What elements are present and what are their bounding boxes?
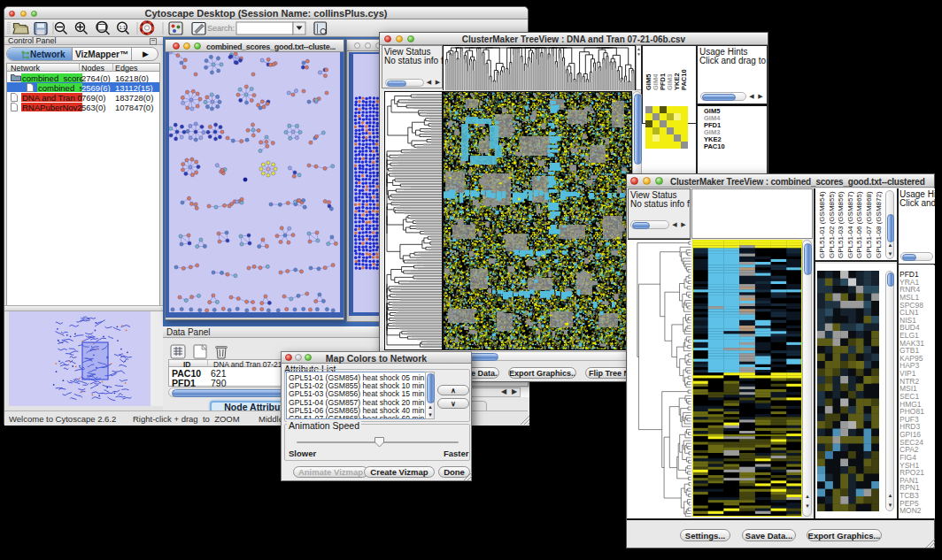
svg-text:1:1: 1:1 bbox=[120, 25, 127, 30]
svg-text:Search:: Search: bbox=[207, 24, 235, 33]
